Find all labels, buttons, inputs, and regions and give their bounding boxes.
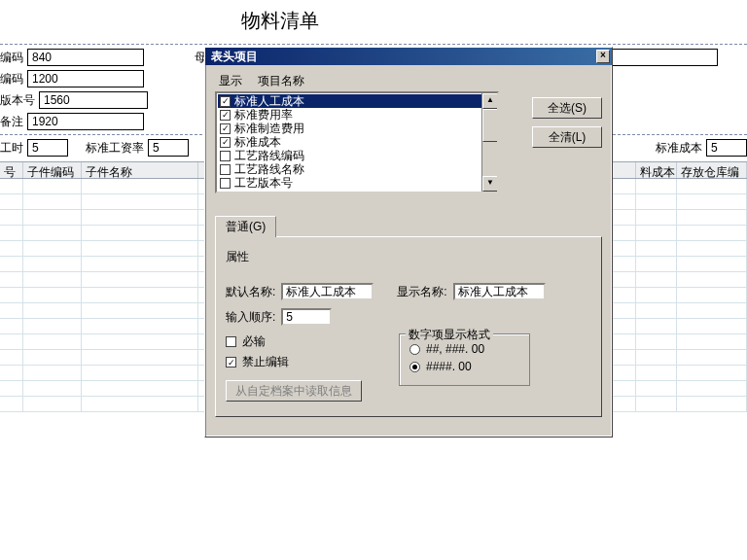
col-show: 显示 [215,71,254,91]
col-5[interactable]: 存放仓库编 [677,162,747,178]
checkbox-icon[interactable] [220,164,231,175]
close-icon[interactable]: × [596,50,610,63]
dialog-title: 表头项目 [211,49,258,65]
display-name-input[interactable] [453,283,546,300]
col-4[interactable]: 料成本 [636,162,677,178]
list-item[interactable]: 工艺版本号 [218,176,496,190]
number-format-group: 数字项显示格式 ##, ###. 00 ####. 00 [399,333,530,386]
col-2[interactable]: 子件编码 [23,162,82,178]
col-3[interactable]: 子件名称 [82,162,198,178]
col-1[interactable]: 号 [0,162,23,178]
hours-input[interactable] [27,139,68,157]
dialog-titlebar[interactable]: 表头项目 × [205,48,612,65]
format-option-1[interactable]: ##, ###. 00 [409,342,519,356]
checkbox-icon[interactable] [220,178,231,189]
version-label: 版本号 [0,92,39,109]
forbid-label: 禁止编辑 [242,354,289,370]
code-input[interactable] [27,49,144,66]
list-head: 显示 项目名称 [215,71,602,91]
code2-label: 编码 [0,71,27,88]
header-items-dialog: 表头项目 × 显示 项目名称 ✓标准人工成本✓标准费用率✓标准制造费用✓标准成本… [204,47,613,438]
scroll-up-icon[interactable]: ▲ [482,93,498,109]
display-name-label: 显示名称: [397,284,446,300]
default-name-input[interactable] [281,283,374,300]
checkbox-icon[interactable]: ✓ [220,123,231,134]
read-from-archive-button[interactable]: 从自定档案中读取信息 [226,380,362,402]
number-format-title: 数字项显示格式 [406,327,493,343]
version-input[interactable] [39,91,148,109]
clear-all-button[interactable]: 全清(L) [532,126,602,148]
stdcost-label: 标准成本 [656,140,706,157]
list-item-label: 工艺版本号 [234,175,293,192]
tab-general[interactable]: 普通(G) [215,216,276,237]
code2-input[interactable] [27,70,144,88]
order-label: 输入顺序: [226,309,275,326]
order-input[interactable] [281,308,332,326]
checkbox-icon[interactable]: ✓ [220,137,231,148]
stdcost-input[interactable] [706,139,747,157]
checkbox-icon[interactable]: ✓ [220,96,231,107]
items-listbox[interactable]: ✓标准人工成本✓标准费用率✓标准制造费用✓标准成本工艺路线编码工艺路线名称工艺版… [215,91,499,193]
col-name: 项目名称 [254,71,316,91]
checkbox-icon[interactable]: ✓ [220,110,231,121]
scroll-thumb[interactable] [482,109,498,142]
default-name-label: 默认名称: [226,284,275,300]
wage-input[interactable] [148,139,189,157]
required-checkbox[interactable]: 必输 [226,333,372,350]
format-option-2[interactable]: ####. 00 [409,360,519,373]
hours-label: 工时 [0,140,27,157]
note-label: 备注 [0,114,27,130]
select-all-button[interactable]: 全选(S) [532,97,602,119]
forbid-edit-checkbox[interactable]: ✓ 禁止编辑 [226,354,372,370]
required-label: 必输 [242,333,266,350]
code-label: 编码 [0,50,27,66]
page-title: 物料清单 [0,8,747,34]
panel-heading: 属性 [226,249,591,265]
note-input[interactable] [27,113,144,130]
scrollbar[interactable]: ▲ ▼ [481,93,497,192]
checkbox-icon[interactable] [220,151,231,161]
general-panel: 属性 默认名称: 显示名称: 输入顺序: 必输 [215,236,602,417]
scroll-down-icon[interactable]: ▼ [482,176,498,192]
wage-label: 标准工资率 [86,140,148,157]
